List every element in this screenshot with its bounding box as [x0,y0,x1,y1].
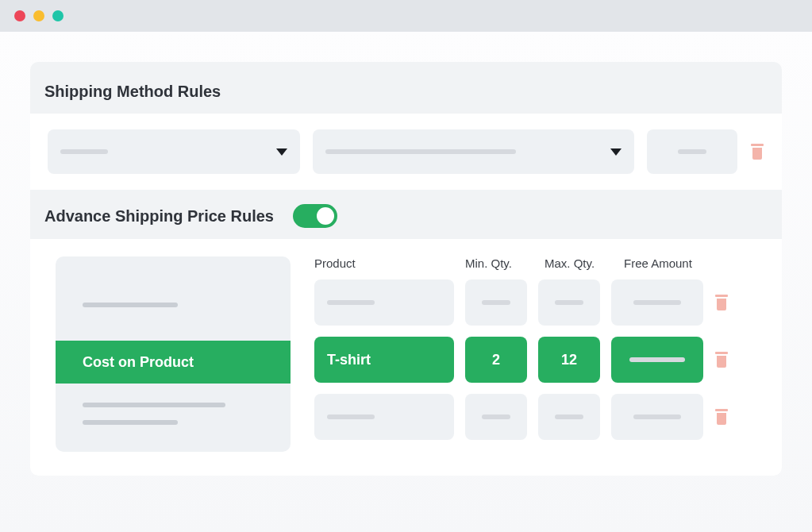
cell-max-qty[interactable] [538,394,600,440]
table-row [314,394,764,440]
placeholder-line [633,300,681,305]
placeholder-line [482,414,510,419]
th-min-qty: Min. Qty. [465,256,545,270]
window-minimize-dot[interactable] [33,10,44,21]
advance-body: Cost on Product Product Min. Qty. Max. Q… [30,239,782,476]
rule-value[interactable] [647,129,737,174]
trash-icon[interactable] [714,295,729,310]
cell-product[interactable] [314,279,454,326]
placeholder-line [60,149,108,154]
cell-text: 2 [492,352,500,368]
cell-max-qty[interactable]: 12 [538,337,600,383]
window-maximize-dot[interactable] [52,10,63,21]
shipping-rule-row [48,129,764,174]
page: Shipping Method Rules Advance Shipping P… [0,32,812,532]
main-panel: Shipping Method Rules Advance Shipping P… [30,62,782,476]
cell-min-qty[interactable] [465,394,527,440]
placeholder-line [629,357,685,362]
cell-free-amount[interactable] [611,337,703,383]
placeholder-line [327,300,375,305]
placeholder-line [83,303,178,307]
window-titlebar [0,0,812,32]
placeholder-line [327,414,375,419]
chevron-down-icon [610,148,622,156]
rules-table: Product Min. Qty. Max. Qty. Free Amount … [314,256,764,452]
advance-title: Advance Shipping Price Rules [44,207,274,226]
placeholder-line [555,414,583,419]
window-close-dot[interactable] [14,10,25,21]
rule-select-1[interactable] [48,129,300,174]
trash-icon[interactable] [714,409,729,425]
table-header: Product Min. Qty. Max. Qty. Free Amount [314,256,764,270]
trash-icon[interactable] [750,144,764,160]
th-max-qty: Max. Qty. [545,256,624,270]
cell-text: T-shirt [327,352,371,368]
shipping-method-body [30,114,782,190]
menu-placeholder-group [56,398,291,425]
cell-product[interactable]: T-shirt [314,337,454,383]
advance-toggle[interactable] [293,204,337,228]
trash-icon[interactable] [714,352,729,368]
placeholder-line [83,403,225,407]
cell-text: 12 [561,352,577,368]
th-product: Product [314,256,465,270]
advance-toggle-row: Advance Shipping Price Rules [30,190,782,239]
table-row: T-shirt 2 12 [314,337,764,383]
chevron-down-icon [276,148,287,156]
menu-item[interactable] [56,283,291,326]
side-menu: Cost on Product [56,256,291,452]
placeholder-line [678,149,706,154]
menu-item-active[interactable]: Cost on Product [56,341,291,384]
cell-product[interactable] [314,394,454,440]
cell-max-qty[interactable] [538,279,600,326]
th-free-amount: Free Amount [624,256,735,270]
table-row [314,279,764,326]
menu-item-label: Cost on Product [83,354,194,371]
shipping-method-title: Shipping Method Rules [30,62,782,114]
placeholder-line [83,420,178,425]
placeholder-line [482,300,510,305]
cell-min-qty[interactable] [465,279,527,326]
cell-free-amount[interactable] [611,279,703,326]
placeholder-line [555,300,583,305]
placeholder-line [325,149,516,154]
cell-min-qty[interactable]: 2 [465,337,527,383]
placeholder-line [633,414,681,419]
cell-free-amount[interactable] [611,394,703,440]
rule-select-2[interactable] [313,129,634,174]
